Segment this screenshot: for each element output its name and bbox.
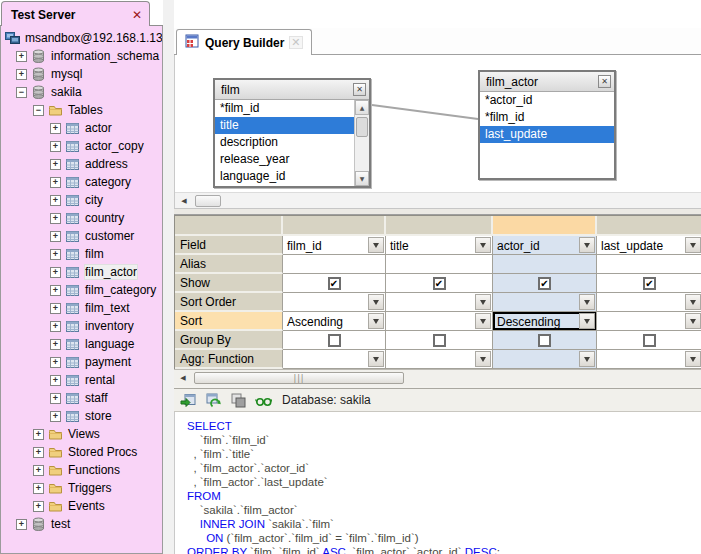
tree-item-film-text[interactable]: +film_text [1,299,162,317]
grid-row-header-sort-order[interactable]: Sort Order [175,293,283,312]
dropdown-button[interactable] [475,313,491,329]
tree-item-test[interactable]: +test [1,515,162,533]
tree-item-sakila[interactable]: −sakila [1,83,162,101]
field-row-release-year[interactable]: release_year [215,151,354,168]
expand-plus-icon[interactable]: + [33,501,44,512]
field-row-original-language-id[interactable]: original_language_id [215,185,354,186]
grid-cell-show-title[interactable]: ✔ [386,274,493,293]
tree-item-customer[interactable]: +customer [1,227,162,245]
tree-item-stored-procs[interactable]: +Stored Procs [1,443,162,461]
diagram-hscroll-thumb[interactable] [195,195,221,207]
grid-cell-group_by-actor-id[interactable] [493,331,597,350]
grid-cell-agg_function-last-update[interactable] [597,350,701,369]
tab-query-builder-close-icon[interactable]: ✕ [289,36,302,49]
checkbox[interactable] [538,334,551,347]
grid-cell-group_by-last-update[interactable] [597,331,701,350]
add-table-icon[interactable] [180,392,197,409]
grid-cell-alias-last-update[interactable] [597,255,701,274]
dropdown-button[interactable] [475,294,491,310]
tree-item-film-actor[interactable]: +film_actor [1,263,162,281]
dropdown-button[interactable] [368,313,384,329]
grid-cell-show-last-update[interactable]: ✔ [597,274,701,293]
tree-item-category[interactable]: +category [1,173,162,191]
expand-plus-icon[interactable]: + [16,51,27,62]
grid-cell-sort_order-last-update[interactable] [597,293,701,312]
tree-item-msandbox-192-168-1-13[interactable]: msandbox@192.168.1.13 [1,29,162,47]
grid-cell-field-actor-id[interactable]: actor_id [493,236,597,255]
expand-plus-icon[interactable]: + [50,249,61,260]
dropdown-button[interactable] [368,351,384,367]
grid-column-header-actor-id[interactable] [493,216,597,236]
tree-item-staff[interactable]: +staff [1,389,162,407]
grid-hscroll-thumb[interactable]: ||| [194,372,404,384]
tree-item-views[interactable]: +Views [1,425,162,443]
tree-item-actor-copy[interactable]: +actor_copy [1,137,162,155]
tree-item-payment[interactable]: +payment [1,353,162,371]
copy-sql-icon[interactable] [230,392,247,409]
tree-item-rental[interactable]: +rental [1,371,162,389]
diagram-hscrollbar[interactable]: ◀ [175,192,701,208]
sql-editor[interactable]: SELECT `film`.`film_id` , `film`.`title`… [174,412,701,554]
expand-plus-icon[interactable]: + [50,411,61,422]
grid-cell-sort-film-id[interactable]: Ascending [283,312,386,331]
dropdown-button[interactable] [579,313,595,329]
grid-cell-sort_order-actor-id[interactable] [493,293,597,312]
expand-plus-icon[interactable]: + [50,195,61,206]
preview-glasses-icon[interactable] [255,392,272,409]
expand-plus-icon[interactable]: + [50,357,61,368]
grid-cell-show-actor-id[interactable]: ✔ [493,274,597,293]
grid-cell-group_by-title[interactable] [386,331,493,350]
grid-cell-sort-title[interactable] [386,312,493,331]
horizontal-splitter[interactable] [174,208,701,215]
dropdown-button[interactable] [685,294,701,310]
table-box-close-icon[interactable]: ✕ [598,75,611,88]
expand-plus-icon[interactable]: + [50,231,61,242]
expand-plus-icon[interactable]: + [50,339,61,350]
grid-row-header-agg-function[interactable]: Agg: Function [175,350,283,369]
grid-cell-show-film-id[interactable]: ✔ [283,274,386,293]
grid-hscrollbar[interactable]: ◀ ||| [174,369,701,386]
dropdown-button[interactable] [475,351,491,367]
dropdown-button[interactable] [579,351,595,367]
expand-plus-icon[interactable]: + [50,159,61,170]
dropdown-button[interactable] [368,294,384,310]
grid-cell-group_by-film-id[interactable] [283,331,386,350]
grid-row-header-group-by[interactable]: Group By [175,331,283,350]
field-row-last-update[interactable]: last_update [480,126,614,143]
grid-cell-sort_order-title[interactable] [386,293,493,312]
grid-cell-alias-actor-id[interactable] [493,255,597,274]
checkbox[interactable] [328,334,341,347]
tree-item-events[interactable]: +Events [1,497,162,515]
checkbox[interactable]: ✔ [433,277,446,290]
expand-plus-icon[interactable]: + [16,69,27,80]
vertical-splitter[interactable] [163,0,174,554]
grid-cell-field-film-id[interactable]: film_id [283,236,386,255]
scroll-left-arrow-icon[interactable]: ◀ [177,195,191,207]
tree-item-film-category[interactable]: +film_category [1,281,162,299]
grid-cell-field-last-update[interactable]: last_update [597,236,701,255]
expand-plus-icon[interactable]: + [50,141,61,152]
expand-plus-icon[interactable]: + [50,375,61,386]
checkbox[interactable] [433,334,446,347]
tree-item-triggers[interactable]: +Triggers [1,479,162,497]
vscroll-thumb[interactable] [356,117,368,137]
checkbox[interactable]: ✔ [538,277,551,290]
expand-plus-icon[interactable]: + [16,519,27,530]
tree-item-language[interactable]: +language [1,335,162,353]
expand-plus-icon[interactable]: + [50,177,61,188]
dropdown-button[interactable] [475,237,491,253]
field-row--film-id[interactable]: *film_id [480,109,614,126]
grid-column-header-film-id[interactable] [283,216,386,236]
expand-plus-icon[interactable]: + [50,123,61,134]
expand-plus-icon[interactable]: + [50,321,61,332]
expand-plus-icon[interactable]: + [33,429,44,440]
dropdown-button[interactable] [685,313,701,329]
collapse-minus-icon[interactable]: − [33,105,44,116]
table-box-vscrollbar[interactable]: ▲▼ [354,100,369,186]
dropdown-button[interactable] [685,351,701,367]
checkbox[interactable] [643,334,656,347]
dropdown-button[interactable] [579,294,595,310]
tree-item-mysql[interactable]: +mysql [1,65,162,83]
grid-cell-sort-actor-id[interactable]: Descending [493,312,597,331]
dropdown-button[interactable] [579,237,595,253]
